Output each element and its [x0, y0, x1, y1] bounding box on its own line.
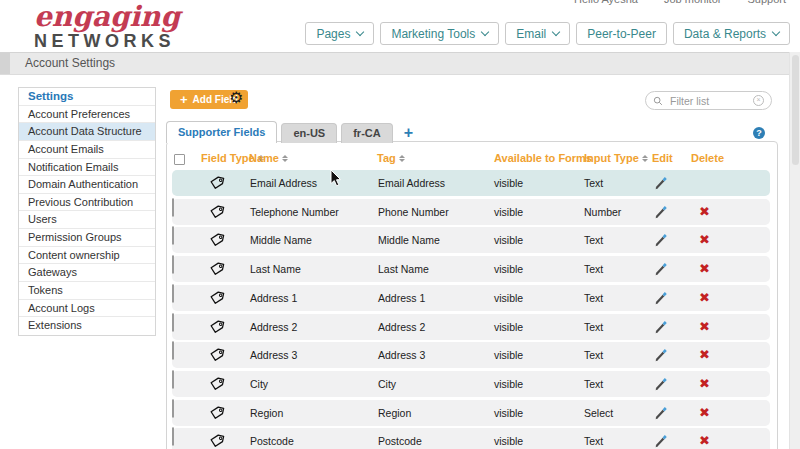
edit-icon[interactable]: [653, 204, 669, 220]
delete-icon[interactable]: ✖: [699, 405, 710, 421]
available-to-forms: visible: [494, 177, 523, 189]
delete-icon[interactable]: ✖: [699, 433, 710, 449]
sidebar-item-account-emails[interactable]: Account Emails: [19, 141, 155, 159]
sidebar-item-account-logs[interactable]: Account Logs: [19, 300, 155, 318]
column-header-label: Edit: [652, 152, 673, 164]
utility-link-support[interactable]: Support: [747, 0, 786, 5]
column-header-label: Name: [249, 152, 279, 164]
nav-button-marketing-tools[interactable]: Marketing Tools: [380, 22, 499, 45]
table-header: Field TypeNameTagAvailable to FormsInput…: [172, 152, 770, 168]
available-to-forms: visible: [494, 407, 523, 419]
tab-fr-ca[interactable]: fr-CA: [341, 123, 393, 143]
add-tab-button[interactable]: +: [404, 125, 413, 141]
table-row-city[interactable]: CityCityvisibleText✖: [172, 371, 770, 397]
nav-button-label: Email: [516, 27, 546, 41]
scrollbar[interactable]: [789, 52, 800, 449]
sidebar-item-content-ownership[interactable]: Content ownership: [19, 247, 155, 265]
edit-icon[interactable]: [653, 376, 669, 392]
edit-icon[interactable]: [653, 175, 669, 191]
sidebar-item-notification-emails[interactable]: Notification Emails: [19, 159, 155, 177]
edit-icon[interactable]: [653, 290, 669, 306]
edit-icon[interactable]: [653, 433, 669, 449]
delete-icon[interactable]: ✖: [699, 376, 710, 392]
input-type: Number: [584, 206, 621, 218]
delete-icon[interactable]: ✖: [699, 204, 710, 220]
nav-button-data-reports[interactable]: Data & Reports: [673, 22, 790, 45]
brand-logo-line2: NETWORKS: [34, 32, 180, 50]
sidebar-item-gateways[interactable]: Gateways: [19, 264, 155, 282]
help-icon[interactable]: ?: [753, 127, 765, 139]
row-checkbox[interactable]: [172, 341, 174, 360]
edit-icon[interactable]: [653, 347, 669, 363]
plus-icon: +: [180, 93, 188, 106]
nav-button-label: Marketing Tools: [391, 27, 475, 41]
column-header-name[interactable]: Name: [249, 152, 288, 164]
utility-link-hello-ayesha[interactable]: Hello Ayesha: [574, 0, 638, 5]
nav-button-pages[interactable]: Pages: [305, 22, 374, 45]
edit-icon[interactable]: [653, 232, 669, 248]
delete-icon[interactable]: ✖: [699, 290, 710, 306]
row-checkbox[interactable]: [172, 313, 174, 332]
column-header-tag[interactable]: Tag: [377, 152, 405, 164]
tag-icon: [209, 347, 225, 363]
nav-button-label: Peer-to-Peer: [587, 27, 656, 41]
column-header-available-to-forms: Available to Forms: [494, 152, 592, 164]
table-row-middle-name[interactable]: Middle NameMiddle NamevisibleText✖: [172, 227, 770, 253]
edit-icon[interactable]: [653, 261, 669, 277]
tag-icon: [209, 204, 225, 220]
delete-icon[interactable]: ✖: [699, 232, 710, 248]
tab-supporter-fields[interactable]: Supporter Fields: [166, 121, 277, 143]
row-checkbox[interactable]: [172, 284, 174, 303]
utility-link-job-monitor[interactable]: Job monitor: [664, 0, 721, 5]
chevron-down-icon: [772, 28, 780, 36]
table-row-address-3[interactable]: Address 3Address 3visibleText✖: [172, 342, 770, 368]
table-row-postcode[interactable]: PostcodePostcodevisibleText✖: [172, 428, 770, 449]
sidebar-item-users[interactable]: Users: [19, 211, 155, 229]
clear-filter-icon[interactable]: ×: [753, 95, 764, 106]
column-header-input-type[interactable]: Input Type: [584, 152, 648, 164]
page-title-bar: Account Settings: [0, 52, 800, 75]
sidebar-item-account-data-structure[interactable]: Account Data Structure: [19, 123, 155, 141]
table-row-address-2[interactable]: Address 2Address 2visibleText✖: [172, 314, 770, 340]
table-row-telephone-number[interactable]: Telephone NumberPhone NumbervisibleNumbe…: [172, 199, 770, 225]
row-checkbox[interactable]: [172, 226, 174, 245]
search-icon: [653, 96, 663, 106]
titlebar-notch: [0, 53, 10, 74]
tag-icon: [209, 319, 225, 335]
sort-icon: [282, 155, 288, 162]
table-row-last-name[interactable]: Last NameLast NamevisibleText✖: [172, 256, 770, 282]
tag-icon: [209, 376, 225, 392]
row-checkbox[interactable]: [172, 370, 174, 389]
row-checkbox[interactable]: [172, 255, 174, 274]
sidebar-item-account-preferences[interactable]: Account Preferences: [19, 106, 155, 124]
select-all-checkbox[interactable]: [174, 154, 185, 165]
gear-icon[interactable]: ⚙: [229, 88, 243, 107]
nav-button-peer-to-peer[interactable]: Peer-to-Peer: [576, 22, 667, 45]
nav-button-email[interactable]: Email: [505, 22, 570, 45]
sidebar-item-tokens[interactable]: Tokens: [19, 282, 155, 300]
sidebar-item-domain-authentication[interactable]: Domain Authentication: [19, 176, 155, 194]
sidebar-item-previous-contribution[interactable]: Previous Contribution: [19, 194, 155, 212]
column-header-label: Input Type: [584, 152, 639, 164]
delete-icon[interactable]: ✖: [699, 347, 710, 363]
delete-icon[interactable]: ✖: [699, 319, 710, 335]
tab-en-us[interactable]: en-US: [281, 123, 337, 143]
table-row-address-1[interactable]: Address 1Address 1visibleText✖: [172, 285, 770, 311]
table-row-region[interactable]: RegionRegionvisibleSelect✖: [172, 400, 770, 426]
row-checkbox[interactable]: [172, 198, 174, 217]
nav-button-label: Pages: [316, 27, 350, 41]
page-title: Account Settings: [25, 53, 115, 74]
edit-icon[interactable]: [653, 405, 669, 421]
scrollbar-thumb[interactable]: [792, 55, 799, 165]
tag-icon: [209, 405, 225, 421]
sidebar-item-permission-groups[interactable]: Permission Groups: [19, 229, 155, 247]
sidebar-item-extensions[interactable]: Extensions: [19, 317, 155, 335]
filter-input[interactable]: [668, 94, 748, 108]
row-checkbox[interactable]: [172, 399, 174, 418]
delete-icon[interactable]: ✖: [699, 261, 710, 277]
field-name: Middle Name: [250, 234, 312, 246]
table-row-email-address[interactable]: Email AddressEmail AddressvisibleText: [172, 170, 770, 196]
row-checkbox[interactable]: [172, 427, 174, 446]
field-name: Postcode: [250, 435, 294, 447]
edit-icon[interactable]: [653, 319, 669, 335]
